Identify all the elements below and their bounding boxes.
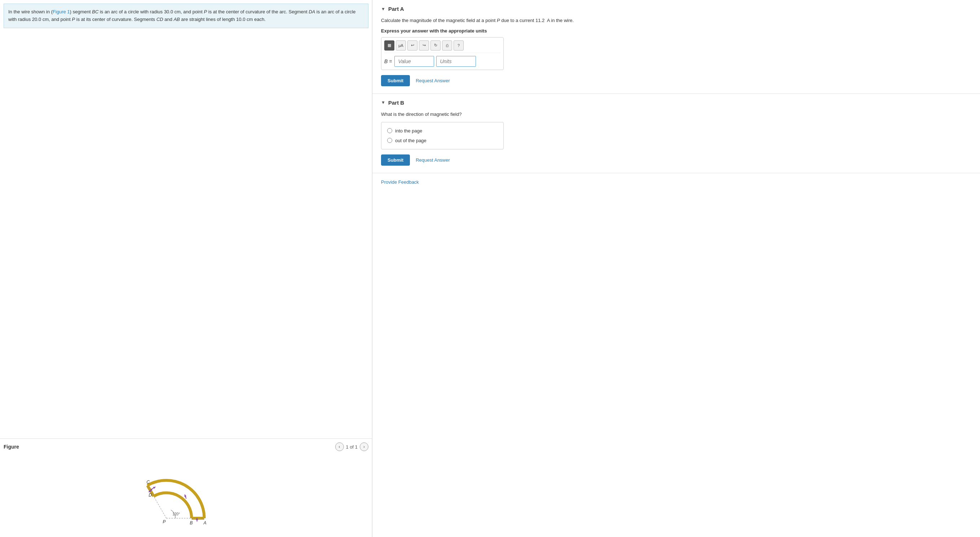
- part-b-submit-button[interactable]: Submit: [381, 155, 410, 166]
- mu-icon: μA: [398, 43, 403, 48]
- figure-nav: ‹ 1 of 1 ›: [335, 443, 369, 451]
- part-a-header[interactable]: ▼ Part A: [381, 6, 971, 12]
- undo-icon: ↩: [411, 43, 414, 48]
- segment-ab: AB: [173, 17, 180, 22]
- figure-pagination: 1 of 1: [346, 444, 358, 450]
- left-panel: In the wire shown in (Figure 1) segment …: [0, 0, 372, 537]
- segment-bc: BC: [92, 9, 99, 14]
- point-p-1: P: [204, 9, 207, 14]
- label-d: D: [149, 492, 152, 498]
- toolbar-undo-btn[interactable]: ↩: [407, 40, 417, 51]
- part-a-action-row: Submit Request Answer: [381, 75, 971, 86]
- label-p: P: [163, 519, 165, 524]
- svg-marker-1: [153, 486, 156, 489]
- part-b-collapse-icon: ▼: [381, 100, 385, 105]
- toolbar-help-btn[interactable]: ?: [453, 40, 464, 51]
- keyboard-icon: ⎙: [446, 43, 449, 48]
- part-b-section: ▼ Part B What is the direction of magnet…: [372, 94, 980, 173]
- figure-section: Figure ‹ 1 of 1 ›: [0, 438, 372, 537]
- reset-icon: ↻: [434, 43, 438, 48]
- label-b: B: [190, 520, 192, 526]
- figure-header: Figure ‹ 1 of 1 ›: [3, 443, 368, 451]
- answer-input-row: B =: [384, 56, 501, 67]
- radio-box-b: into the page out of the page: [381, 122, 504, 150]
- part-b-request-answer-link[interactable]: Request Answer: [416, 157, 450, 163]
- answer-toolbar: ▦ μA ↩ ↪ ↻ ⎙ ?: [384, 40, 501, 53]
- problem-text-box: In the wire shown in (Figure 1) segment …: [3, 3, 368, 28]
- radio-option-out-of-page[interactable]: out of the page: [387, 136, 498, 145]
- part-b-action-row: Submit Request Answer: [381, 155, 971, 166]
- figure-next-button[interactable]: ›: [360, 443, 368, 451]
- grid-icon: ▦: [388, 43, 391, 48]
- toolbar-grid-btn[interactable]: ▦: [384, 40, 395, 51]
- segment-cd: CD: [156, 17, 163, 22]
- radio-into-page[interactable]: [387, 128, 392, 133]
- part-a-collapse-icon: ▼: [381, 6, 385, 11]
- into-page-label: into the page: [395, 128, 422, 134]
- out-of-page-label: out of the page: [395, 138, 426, 143]
- right-panel: ▼ Part A Calculate the magnitude of the …: [372, 0, 980, 537]
- toolbar-mu-btn[interactable]: μA: [396, 40, 406, 51]
- units-input[interactable]: [436, 56, 476, 67]
- problem-text-after-link: ) segment: [70, 9, 92, 14]
- part-b-header[interactable]: ▼ Part B: [381, 100, 971, 106]
- answer-box-a: ▦ μA ↩ ↪ ↻ ⎙ ?: [381, 37, 504, 70]
- part-b-title: Part B: [388, 100, 404, 106]
- radio-option-into-page[interactable]: into the page: [387, 126, 498, 136]
- segment-da: DA: [309, 9, 315, 14]
- label-c: C: [146, 480, 150, 485]
- figure-title: Figure: [3, 444, 19, 450]
- provide-feedback-link[interactable]: Provide Feedback: [381, 179, 419, 185]
- provide-feedback-section: Provide Feedback: [372, 173, 980, 191]
- radio-out-of-page[interactable]: [387, 138, 392, 143]
- part-a-section: ▼ Part A Calculate the magnitude of the …: [372, 0, 980, 94]
- label-a: A: [203, 520, 207, 526]
- figure-diagram: 120° C D A B P: [3, 454, 368, 534]
- point-p-2: P: [72, 17, 75, 22]
- part-b-question: What is the direction of magnetic field?: [381, 111, 971, 118]
- angle-label: 120°: [172, 512, 180, 516]
- part-a-question: Calculate the magnitude of the magnetic …: [381, 17, 971, 24]
- express-label: Express your answer with the appropriate…: [381, 28, 971, 33]
- redo-icon: ↪: [423, 43, 426, 48]
- toolbar-reset-btn[interactable]: ↻: [431, 40, 441, 51]
- figure-svg: 120° C D A B P: [146, 457, 226, 530]
- value-input[interactable]: [395, 56, 434, 67]
- part-a-title: Part A: [388, 6, 404, 12]
- figure-prev-button[interactable]: ‹: [335, 443, 344, 451]
- part-a-submit-button[interactable]: Submit: [381, 75, 410, 86]
- equation-label: B =: [384, 59, 392, 64]
- problem-text-intro: In the wire shown in (: [8, 9, 52, 14]
- toolbar-keyboard-btn[interactable]: ⎙: [442, 40, 452, 51]
- figure-1-link[interactable]: Figure 1: [52, 9, 70, 14]
- part-a-request-answer-link[interactable]: Request Answer: [416, 78, 450, 83]
- toolbar-redo-btn[interactable]: ↪: [419, 40, 429, 51]
- help-icon: ?: [458, 43, 460, 48]
